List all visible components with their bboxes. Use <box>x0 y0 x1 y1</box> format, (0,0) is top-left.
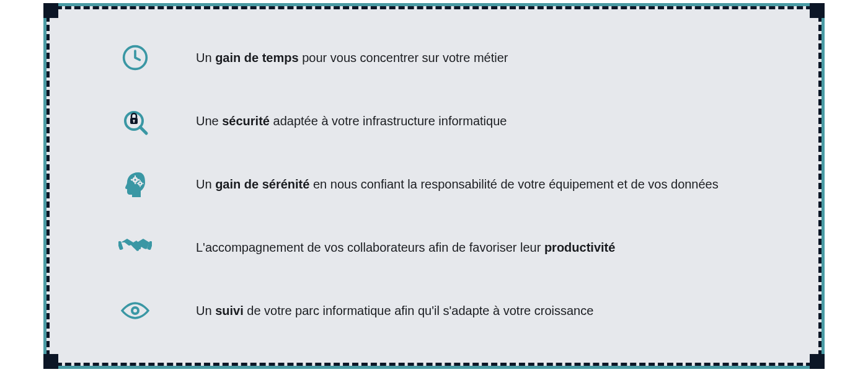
corner-decoration <box>43 3 58 18</box>
svg-point-18 <box>135 179 136 181</box>
content-panel: Un gain de temps pour vous concentrer su… <box>46 6 822 366</box>
text-bold: gain de sérénité <box>215 177 309 191</box>
text-bold: sécurité <box>222 114 270 128</box>
text-segment: Un <box>196 177 215 191</box>
text-segment: pour vous concentrer sur votre métier <box>299 51 508 64</box>
eye-icon <box>118 293 153 328</box>
framed-card: Un gain de temps pour vous concentrer su… <box>43 3 825 369</box>
svg-rect-7 <box>135 175 136 177</box>
benefit-row: Un suivi de votre parc informatique afin… <box>118 293 750 328</box>
corner-decoration <box>810 354 825 369</box>
security-magnifier-icon <box>118 104 153 138</box>
benefit-row: Un gain de sérénité en nous confiant la … <box>118 167 750 202</box>
svg-rect-15 <box>140 185 141 187</box>
text-segment: L'accompagnement de vos collaborateurs a… <box>196 241 544 254</box>
benefit-text: Un suivi de votre parc informatique afin… <box>196 303 593 319</box>
clock-icon <box>118 40 153 75</box>
benefit-list: Un gain de temps pour vous concentrer su… <box>93 40 775 328</box>
corner-decoration <box>810 3 825 18</box>
text-segment: Un <box>196 304 215 317</box>
svg-rect-16 <box>137 183 138 184</box>
svg-rect-8 <box>135 182 136 184</box>
corner-decoration <box>43 354 58 369</box>
handshake-icon <box>118 230 153 265</box>
svg-point-19 <box>140 183 141 184</box>
text-bold: gain de temps <box>215 51 298 64</box>
benefit-row: Un gain de temps pour vous concentrer su… <box>118 40 750 75</box>
text-segment: Une <box>196 114 222 128</box>
benefit-text: Un gain de temps pour vous concentrer su… <box>196 50 508 66</box>
benefit-text: Une sécurité adaptée à votre infrastruct… <box>196 113 507 130</box>
benefit-row: L'accompagnement de vos collaborateurs a… <box>118 230 750 265</box>
svg-line-2 <box>140 127 146 133</box>
text-segment: adaptée à votre infrastructure informati… <box>270 114 507 128</box>
text-segment: en nous confiant la responsabilité de vo… <box>309 177 718 191</box>
text-bold: productivité <box>544 241 615 254</box>
svg-rect-14 <box>140 180 141 182</box>
svg-rect-17 <box>142 183 143 184</box>
benefit-text: Un gain de sérénité en nous confiant la … <box>196 176 719 193</box>
text-segment: Un <box>196 51 215 64</box>
svg-point-23 <box>133 309 137 312</box>
text-bold: suivi <box>215 304 244 317</box>
benefit-text: L'accompagnement de vos collaborateurs a… <box>196 239 615 256</box>
benefit-row: Une sécurité adaptée à votre infrastruct… <box>118 104 750 138</box>
svg-rect-5 <box>133 121 135 123</box>
text-segment: de votre parc informatique afin qu'il s'… <box>244 304 594 317</box>
head-gears-icon <box>118 167 153 202</box>
